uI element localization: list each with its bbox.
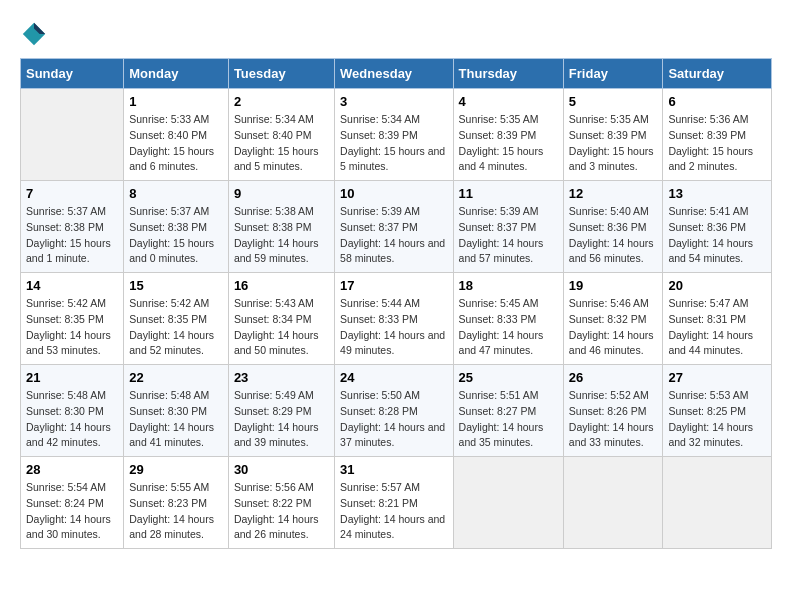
daylight-text: Daylight: 14 hours and 52 minutes. xyxy=(129,328,223,360)
sunset-text: Sunset: 8:33 PM xyxy=(459,312,558,328)
daylight-text: Daylight: 14 hours and 26 minutes. xyxy=(234,512,329,544)
day-info: Sunrise: 5:35 AMSunset: 8:39 PMDaylight:… xyxy=(569,112,658,175)
calendar-cell xyxy=(663,457,772,549)
weekday-header-monday: Monday xyxy=(124,59,229,89)
sunrise-text: Sunrise: 5:39 AM xyxy=(340,204,447,220)
calendar-cell: 3Sunrise: 5:34 AMSunset: 8:39 PMDaylight… xyxy=(335,89,453,181)
sunset-text: Sunset: 8:37 PM xyxy=(459,220,558,236)
sunset-text: Sunset: 8:38 PM xyxy=(129,220,223,236)
sunrise-text: Sunrise: 5:50 AM xyxy=(340,388,447,404)
calendar-cell: 31Sunrise: 5:57 AMSunset: 8:21 PMDayligh… xyxy=(335,457,453,549)
sunrise-text: Sunrise: 5:34 AM xyxy=(340,112,447,128)
daylight-text: Daylight: 14 hours and 24 minutes. xyxy=(340,512,447,544)
sunrise-text: Sunrise: 5:48 AM xyxy=(26,388,118,404)
calendar-cell: 23Sunrise: 5:49 AMSunset: 8:29 PMDayligh… xyxy=(228,365,334,457)
day-number: 26 xyxy=(569,370,658,385)
sunrise-text: Sunrise: 5:47 AM xyxy=(668,296,766,312)
calendar-cell: 27Sunrise: 5:53 AMSunset: 8:25 PMDayligh… xyxy=(663,365,772,457)
sunset-text: Sunset: 8:38 PM xyxy=(26,220,118,236)
sunrise-text: Sunrise: 5:42 AM xyxy=(129,296,223,312)
sunset-text: Sunset: 8:38 PM xyxy=(234,220,329,236)
day-info: Sunrise: 5:55 AMSunset: 8:23 PMDaylight:… xyxy=(129,480,223,543)
sunrise-text: Sunrise: 5:40 AM xyxy=(569,204,658,220)
day-number: 4 xyxy=(459,94,558,109)
calendar-cell: 29Sunrise: 5:55 AMSunset: 8:23 PMDayligh… xyxy=(124,457,229,549)
weekday-header-thursday: Thursday xyxy=(453,59,563,89)
calendar-cell: 1Sunrise: 5:33 AMSunset: 8:40 PMDaylight… xyxy=(124,89,229,181)
day-number: 22 xyxy=(129,370,223,385)
day-info: Sunrise: 5:34 AMSunset: 8:40 PMDaylight:… xyxy=(234,112,329,175)
day-info: Sunrise: 5:37 AMSunset: 8:38 PMDaylight:… xyxy=(129,204,223,267)
day-info: Sunrise: 5:34 AMSunset: 8:39 PMDaylight:… xyxy=(340,112,447,175)
calendar-week-row: 14Sunrise: 5:42 AMSunset: 8:35 PMDayligh… xyxy=(21,273,772,365)
sunset-text: Sunset: 8:39 PM xyxy=(340,128,447,144)
sunset-text: Sunset: 8:26 PM xyxy=(569,404,658,420)
calendar-cell: 12Sunrise: 5:40 AMSunset: 8:36 PMDayligh… xyxy=(563,181,663,273)
day-number: 1 xyxy=(129,94,223,109)
sunset-text: Sunset: 8:30 PM xyxy=(129,404,223,420)
calendar-cell: 17Sunrise: 5:44 AMSunset: 8:33 PMDayligh… xyxy=(335,273,453,365)
day-number: 11 xyxy=(459,186,558,201)
sunset-text: Sunset: 8:36 PM xyxy=(569,220,658,236)
daylight-text: Daylight: 14 hours and 44 minutes. xyxy=(668,328,766,360)
day-info: Sunrise: 5:37 AMSunset: 8:38 PMDaylight:… xyxy=(26,204,118,267)
sunset-text: Sunset: 8:39 PM xyxy=(668,128,766,144)
calendar-cell: 22Sunrise: 5:48 AMSunset: 8:30 PMDayligh… xyxy=(124,365,229,457)
sunset-text: Sunset: 8:24 PM xyxy=(26,496,118,512)
day-info: Sunrise: 5:53 AMSunset: 8:25 PMDaylight:… xyxy=(668,388,766,451)
sunset-text: Sunset: 8:35 PM xyxy=(26,312,118,328)
page-header xyxy=(20,20,772,48)
sunrise-text: Sunrise: 5:53 AM xyxy=(668,388,766,404)
daylight-text: Daylight: 14 hours and 32 minutes. xyxy=(668,420,766,452)
sunset-text: Sunset: 8:30 PM xyxy=(26,404,118,420)
day-number: 14 xyxy=(26,278,118,293)
day-number: 24 xyxy=(340,370,447,385)
daylight-text: Daylight: 14 hours and 54 minutes. xyxy=(668,236,766,268)
sunrise-text: Sunrise: 5:41 AM xyxy=(668,204,766,220)
calendar-cell: 9Sunrise: 5:38 AMSunset: 8:38 PMDaylight… xyxy=(228,181,334,273)
daylight-text: Daylight: 14 hours and 47 minutes. xyxy=(459,328,558,360)
sunset-text: Sunset: 8:34 PM xyxy=(234,312,329,328)
sunset-text: Sunset: 8:32 PM xyxy=(569,312,658,328)
day-number: 27 xyxy=(668,370,766,385)
logo-icon xyxy=(20,20,48,48)
day-info: Sunrise: 5:40 AMSunset: 8:36 PMDaylight:… xyxy=(569,204,658,267)
day-info: Sunrise: 5:48 AMSunset: 8:30 PMDaylight:… xyxy=(129,388,223,451)
daylight-text: Daylight: 14 hours and 28 minutes. xyxy=(129,512,223,544)
sunset-text: Sunset: 8:33 PM xyxy=(340,312,447,328)
sunset-text: Sunset: 8:37 PM xyxy=(340,220,447,236)
weekday-header-tuesday: Tuesday xyxy=(228,59,334,89)
calendar-cell: 2Sunrise: 5:34 AMSunset: 8:40 PMDaylight… xyxy=(228,89,334,181)
calendar-cell xyxy=(563,457,663,549)
calendar-week-row: 7Sunrise: 5:37 AMSunset: 8:38 PMDaylight… xyxy=(21,181,772,273)
day-number: 25 xyxy=(459,370,558,385)
day-number: 13 xyxy=(668,186,766,201)
sunrise-text: Sunrise: 5:39 AM xyxy=(459,204,558,220)
calendar-cell: 14Sunrise: 5:42 AMSunset: 8:35 PMDayligh… xyxy=(21,273,124,365)
calendar-cell: 28Sunrise: 5:54 AMSunset: 8:24 PMDayligh… xyxy=(21,457,124,549)
sunset-text: Sunset: 8:27 PM xyxy=(459,404,558,420)
daylight-text: Daylight: 14 hours and 35 minutes. xyxy=(459,420,558,452)
daylight-text: Daylight: 15 hours and 3 minutes. xyxy=(569,144,658,176)
day-number: 19 xyxy=(569,278,658,293)
sunset-text: Sunset: 8:23 PM xyxy=(129,496,223,512)
sunrise-text: Sunrise: 5:35 AM xyxy=(459,112,558,128)
calendar-cell: 16Sunrise: 5:43 AMSunset: 8:34 PMDayligh… xyxy=(228,273,334,365)
calendar-cell xyxy=(453,457,563,549)
sunset-text: Sunset: 8:40 PM xyxy=(129,128,223,144)
day-info: Sunrise: 5:39 AMSunset: 8:37 PMDaylight:… xyxy=(340,204,447,267)
calendar-cell: 24Sunrise: 5:50 AMSunset: 8:28 PMDayligh… xyxy=(335,365,453,457)
calendar-week-row: 1Sunrise: 5:33 AMSunset: 8:40 PMDaylight… xyxy=(21,89,772,181)
sunrise-text: Sunrise: 5:51 AM xyxy=(459,388,558,404)
daylight-text: Daylight: 14 hours and 50 minutes. xyxy=(234,328,329,360)
day-info: Sunrise: 5:48 AMSunset: 8:30 PMDaylight:… xyxy=(26,388,118,451)
day-info: Sunrise: 5:43 AMSunset: 8:34 PMDaylight:… xyxy=(234,296,329,359)
day-number: 3 xyxy=(340,94,447,109)
daylight-text: Daylight: 14 hours and 42 minutes. xyxy=(26,420,118,452)
calendar-week-row: 21Sunrise: 5:48 AMSunset: 8:30 PMDayligh… xyxy=(21,365,772,457)
calendar-cell: 19Sunrise: 5:46 AMSunset: 8:32 PMDayligh… xyxy=(563,273,663,365)
daylight-text: Daylight: 14 hours and 30 minutes. xyxy=(26,512,118,544)
weekday-header-sunday: Sunday xyxy=(21,59,124,89)
calendar-cell: 25Sunrise: 5:51 AMSunset: 8:27 PMDayligh… xyxy=(453,365,563,457)
sunset-text: Sunset: 8:28 PM xyxy=(340,404,447,420)
